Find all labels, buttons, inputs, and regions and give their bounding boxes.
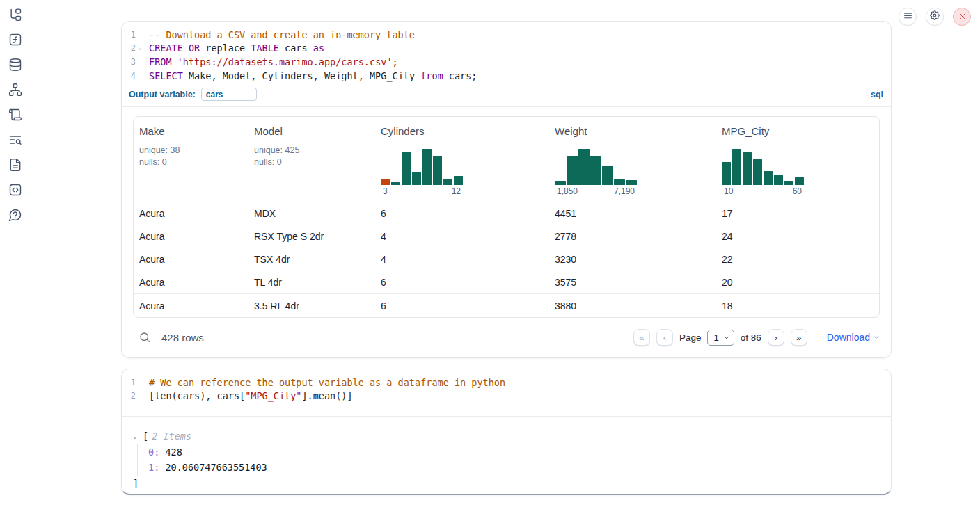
gear-icon [930,10,940,23]
output-variable-input[interactable] [201,88,257,101]
menu-button[interactable] [899,8,917,26]
table-cell: 6 [375,208,549,219]
collapse-caret-icon[interactable]: ⌄ [133,428,143,444]
table-row: AcuraMDX6445117 [134,202,879,225]
line-number: 2 [122,43,136,53]
table-row: Acura3.5 RL 4dr6388018 [134,294,879,317]
pagination: « ‹ Page 1 of 86 › » Download [633,329,880,346]
column-header-make[interactable]: Makeunique: 38nulls: 0 [134,117,248,202]
chevron-down-icon [723,332,730,343]
table-cell: 3575 [549,277,716,288]
page-label: Page [679,332,702,343]
histogram-bars [555,149,637,185]
histogram-bar [753,159,762,185]
table-cell: 22 [716,254,879,265]
output-entry: 0: 428 [148,444,880,460]
table-cell: 4451 [549,208,716,219]
last-page-button[interactable]: » [791,329,807,346]
fold-caret-icon[interactable]: ⌄ [136,45,145,51]
python-cell: 1# We can reference the output variable … [121,369,892,495]
notebook-actions [899,8,971,26]
sidebar-item-dependency-graph[interactable] [8,84,22,98]
first-page-button[interactable]: « [633,329,650,346]
sidebar-item-datasources[interactable] [8,59,22,73]
table-cell: Acura [134,231,248,242]
code-text: [len(cars), cars["MPG_City"].mean()] [145,390,353,401]
code-text: SELECT Make, Model, Cylinders, Weight, M… [145,70,477,81]
shutdown-button[interactable] [953,8,971,26]
close-icon [958,10,966,23]
table-cell: 3.5 RL 4dr [248,300,375,312]
table-row: AcuraRSX Type S 2dr4277824 [134,225,879,248]
line-number: 1 [122,30,136,40]
page-select-value: 1 [713,332,718,343]
histogram-bar [614,179,625,185]
settings-button[interactable] [926,8,944,26]
function-icon [8,33,22,49]
histogram-bar [422,149,432,185]
table-cell: 4 [375,231,549,242]
column-summary: unique: 38nulls: 0 [139,145,248,168]
bracket-open: [ [143,428,148,444]
histogram-range-labels: 312 [381,185,463,198]
sql-code-editor[interactable]: 1-- Download a CSV and create an in-memo… [122,22,891,84]
histogram-min-label: 1,850 [557,186,578,198]
table-cell: 24 [716,231,879,242]
column-label: Cylinders [381,125,549,137]
histogram-max-label: 12 [452,186,461,198]
entry-key: 1: [148,462,159,473]
histogram-bar [774,175,783,186]
database-icon [8,58,22,74]
sidebar-item-snippets[interactable] [8,184,22,198]
column-histogram: 1,8507,190 [555,149,637,198]
sidebar-item-file-explorer[interactable] [8,9,22,23]
language-badge: sql [871,90,883,99]
code-line: 3FROM 'https://datasets.marimo.app/cars.… [122,55,891,69]
line-number: 3 [122,57,136,67]
column-header-cylinders[interactable]: Cylinders312 [375,117,549,202]
column-header-model[interactable]: Modelunique: 425nulls: 0 [248,117,375,202]
sidebar-item-variables[interactable] [8,34,22,48]
code-text: # We can reference the output variable a… [145,377,505,388]
column-label: Model [254,125,375,137]
code-text: CREATE OR replace TABLE cars as [145,42,324,54]
table-header: Makeunique: 38nulls: 0Modelunique: 425nu… [134,117,879,202]
file-tree-icon [8,8,22,24]
python-output: ⌄[2 Items 0: 4281: 20.060747663551403 ] [122,417,891,491]
histogram-bars [381,149,463,185]
sidebar-item-help[interactable] [8,209,22,223]
table-cell: 17 [716,208,879,219]
histogram-min-label: 3 [383,186,388,198]
histogram-bar [590,156,601,186]
sidebar-item-logs[interactable] [8,134,22,148]
table-row: AcuraTSX 4dr4323022 [134,248,879,271]
sidebar [0,0,31,507]
page-total: of 86 [741,332,761,343]
search-icon[interactable] [139,331,151,344]
download-button[interactable]: Download [827,332,880,343]
histogram-bar [732,149,741,185]
column-header-mpg_city[interactable]: MPG_City1060 [716,117,879,202]
next-page-button[interactable]: › [768,329,784,346]
code-line: 2[len(cars), cars["MPG_City"].mean()] [122,389,891,403]
table-cell: TSX 4dr [248,254,375,265]
prev-page-button[interactable]: ‹ [656,329,673,346]
file-text-icon [8,158,22,175]
code-line: 1# We can reference the output variable … [122,376,891,389]
help-bubble-icon [8,208,22,225]
histogram-bar [626,180,637,185]
sidebar-item-documentation[interactable] [8,159,22,173]
python-code-editor[interactable]: 1# We can reference the output variable … [122,369,891,417]
histogram-bars [722,149,804,185]
table-cell: TL 4dr [248,277,375,288]
code-line: 1-- Download a CSV and create an in-memo… [122,28,891,42]
histogram-bar [443,179,452,186]
sidebar-item-scratchpad[interactable] [8,109,22,123]
histogram-bar [567,156,578,186]
histogram-bar [555,181,566,185]
column-header-weight[interactable]: Weight1,8507,190 [549,117,716,202]
table-cell: RSX Type S 2dr [248,231,375,242]
table-output: Makeunique: 38nulls: 0Modelunique: 425nu… [122,107,891,357]
line-number: 2 [122,391,136,401]
page-select[interactable]: 1 [707,330,734,346]
